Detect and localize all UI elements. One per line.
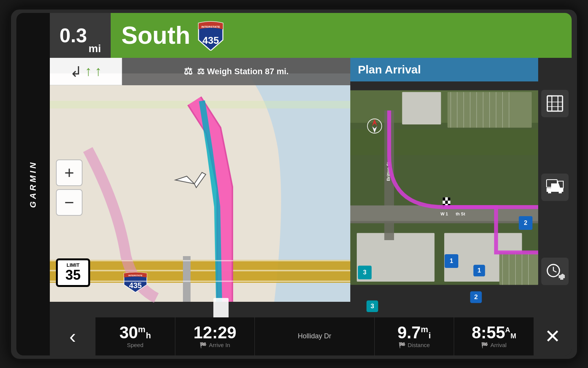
turn-left-arrow: ↰ — [70, 63, 82, 80]
flag-icon-arrival: 🏁 — [481, 342, 488, 349]
left-map[interactable]: ↰ ↑ ↑ ⚖ ⚖ Weigh Station 87 mi. — [50, 58, 350, 317]
arrival-unit-top: A — [505, 326, 510, 334]
maps-section: ↰ ↑ ↑ ⚖ ⚖ Weigh Station 87 mi. — [50, 58, 572, 317]
svg-rect-44 — [448, 197, 450, 201]
speed-limit-value: 35 — [59, 268, 87, 283]
distance-value: 9.7mi — [397, 324, 431, 341]
zoom-controls: + − — [56, 159, 83, 216]
svg-rect-5 — [50, 270, 350, 271]
svg-text:INTERSTATE: INTERSTATE — [129, 274, 143, 277]
dist-unit-m: m — [421, 325, 428, 334]
back-icon: ‹ — [69, 325, 76, 348]
arrival-value: 8:55AM — [472, 324, 516, 341]
map-icon — [546, 94, 564, 113]
speed-label: Speed — [127, 342, 143, 348]
svg-text:W 1: W 1 — [440, 212, 448, 216]
svg-rect-6 — [183, 256, 191, 302]
right-map-svg: Britton St W 1 th St — [350, 58, 538, 317]
svg-text:435: 435 — [203, 35, 219, 46]
arrow-up-2: ↑ — [95, 63, 102, 79]
svg-text:th St: th St — [456, 212, 465, 216]
shield-svg: INTERSTATE 435 — [197, 20, 224, 51]
svg-rect-45 — [445, 201, 448, 204]
minus-icon: − — [64, 193, 74, 212]
close-icon: ✕ — [545, 325, 561, 347]
weigh-icon: ⚖ — [184, 65, 192, 77]
flag-icon-dist: 🏁 — [399, 342, 406, 349]
nav-bar: 0.3 mi South INTERSTATE — [50, 13, 572, 58]
waypoint-2: 2 — [519, 216, 532, 230]
flag-icon-arrive: 🏁 — [200, 342, 207, 349]
svg-text:INTERSTATE: INTERSTATE — [202, 25, 221, 29]
distance-unit: mi — [89, 43, 101, 55]
colon: : — [212, 323, 218, 342]
truck-clock-icon — [545, 261, 565, 281]
svg-text:435: 435 — [129, 281, 141, 290]
street-name: Holliday Dr — [255, 317, 374, 355]
arrive-in-value: 12:29 — [194, 324, 237, 341]
svg-line-65 — [553, 271, 556, 272]
weigh-station-notice: ⚖ ⚖ Weigh Station 87 mi. — [122, 58, 350, 85]
svg-rect-31 — [499, 252, 538, 285]
dist-unit-i: i — [429, 331, 431, 340]
svg-text:3: 3 — [370, 302, 374, 309]
sub-nav-bar: ↰ ↑ ↑ ⚖ ⚖ Weigh Station 87 mi. — [50, 58, 350, 85]
main-content: 0.3 mi South INTERSTATE — [50, 13, 572, 355]
map-view-button[interactable] — [541, 90, 569, 117]
truck-nav-button[interactable] — [541, 174, 569, 201]
speed-unit-m: m — [138, 325, 146, 334]
distance-label: 🏁 Distance — [399, 342, 430, 349]
left-map-svg: INTERSTATE 435 — [50, 58, 350, 317]
speed-label-text: Speed — [127, 342, 143, 348]
nav-direction-panel: South INTERSTATE 435 — [111, 13, 572, 58]
speed-stat: 30mh Speed — [95, 317, 175, 355]
svg-rect-25 — [402, 92, 441, 124]
arrow-up-1: ↑ — [85, 63, 92, 79]
waypoint-1: 1 — [445, 254, 458, 268]
distance-label-text: Distance — [408, 342, 430, 348]
device-screen: GARMIN 0.3 mi South — [16, 13, 572, 355]
close-button[interactable]: ✕ — [534, 317, 572, 355]
garmin-brand-label: GARMIN — [16, 13, 50, 355]
back-button[interactable]: ‹ — [50, 317, 95, 355]
plus-icon: + — [64, 163, 74, 182]
speed-limit-label: LIMIT — [59, 263, 87, 268]
arrival-label-text: Arrival — [490, 342, 507, 348]
arrive-in-stat: 12:29 🏁 Arrive In — [175, 317, 255, 355]
zoom-out-button[interactable]: − — [56, 189, 83, 216]
direction-text: South — [121, 21, 190, 49]
distance-stat: 9.7mi 🏁 Distance — [375, 317, 455, 355]
sub-nav-arrows: ↰ ↑ ↑ — [50, 58, 122, 85]
arrival-stat: 8:55AM 🏁 Arrival — [454, 317, 534, 355]
zoom-in-button[interactable]: + — [56, 159, 83, 186]
svg-rect-59 — [547, 96, 563, 111]
svg-text:1: 1 — [477, 267, 481, 274]
distance-value: 0.3 — [60, 24, 87, 47]
waypoint-3: 3 — [358, 266, 372, 279]
arrival-label: 🏁 Arrival — [481, 342, 507, 349]
svg-text:2: 2 — [474, 293, 478, 300]
plan-arrival-title: Plan Arrival — [358, 63, 421, 76]
street-name-text: Holliday Dr — [298, 332, 331, 340]
plan-arrival-header: Plan Arrival — [350, 58, 538, 81]
speed-value: 30mh — [119, 324, 151, 341]
arrival-unit-bot: M — [510, 332, 516, 340]
svg-rect-26 — [350, 129, 538, 155]
brand-text: GARMIN — [28, 160, 38, 208]
truck-nav-icon — [545, 177, 565, 197]
bottom-bar: ‹ 30mh Speed 12:29 — [50, 317, 572, 355]
weigh-station-text: ⚖ Weigh Station 87 mi. — [197, 67, 289, 76]
truck-clock-button[interactable] — [541, 258, 569, 285]
svg-rect-43 — [443, 197, 445, 201]
arrive-in-label-text: Arrive In — [209, 342, 230, 348]
speed-limit-sign: LIMIT 35 — [56, 258, 90, 287]
svg-rect-7 — [213, 298, 229, 317]
right-map[interactable]: Britton St W 1 th St — [350, 58, 538, 317]
right-sidebar — [538, 58, 572, 317]
nav-distance-panel: 0.3 mi — [50, 13, 111, 58]
interstate-shield: INTERSTATE 435 — [197, 20, 224, 51]
arrive-in-label: 🏁 Arrive In — [200, 342, 230, 349]
garmin-device: GARMIN 0.3 mi South — [9, 7, 579, 361]
speed-unit-h: h — [146, 331, 151, 340]
